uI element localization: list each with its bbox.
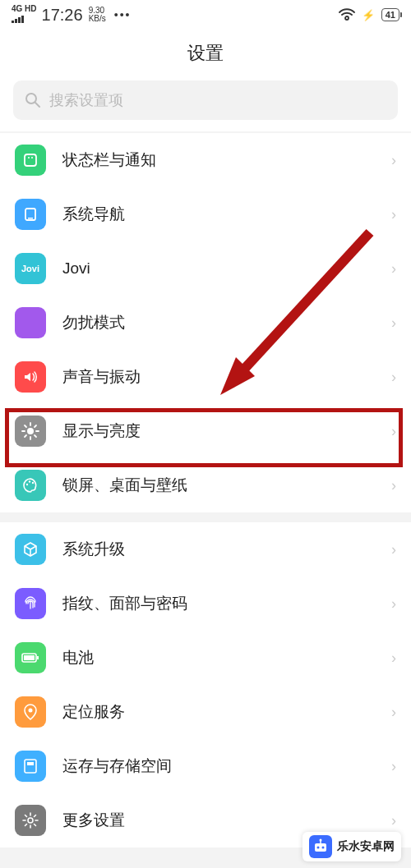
- svg-line-17: [35, 435, 36, 437]
- row-label: 系统导航: [62, 204, 391, 225]
- row-label: Jovi: [62, 259, 391, 278]
- svg-point-20: [26, 484, 28, 485]
- settings-group-2: 系统升级 › 指纹、面部与密码 › 电池 › 定位服务 › 运存与存储空间 › …: [0, 522, 411, 847]
- svg-rect-27: [25, 760, 36, 773]
- svg-rect-24: [24, 655, 35, 660]
- search-input[interactable]: 搜索设置项: [13, 80, 398, 120]
- brightness-icon: [15, 416, 46, 447]
- gear-icon: [15, 805, 46, 836]
- speaker-icon: [15, 361, 46, 393]
- row-label: 勿扰模式: [62, 312, 391, 333]
- nav-icon: [15, 199, 46, 230]
- storage-icon: [15, 751, 46, 782]
- svg-rect-6: [25, 154, 36, 166]
- svg-point-34: [322, 847, 325, 849]
- watermark-text: 乐水安卓网: [337, 839, 395, 854]
- row-update[interactable]: 系统升级 ›: [0, 522, 411, 576]
- jovi-icon: Jovi: [15, 253, 46, 284]
- row-status-notif[interactable]: 状态栏与通知 ›: [0, 133, 411, 187]
- chevron-right-icon: ›: [391, 704, 396, 721]
- svg-point-26: [29, 709, 33, 713]
- svg-point-7: [28, 157, 30, 158]
- chevron-right-icon: ›: [391, 812, 396, 829]
- chevron-right-icon: ›: [391, 369, 396, 386]
- watermark: 乐水安卓网: [302, 832, 401, 861]
- row-nav[interactable]: 系统导航 ›: [0, 187, 411, 241]
- chevron-right-icon: ›: [391, 206, 396, 223]
- status-bar: 4G HD 17:26 9.30 KB/s ••• ⚡ 41: [0, 0, 411, 30]
- svg-point-33: [317, 847, 320, 849]
- row-label: 更多设置: [62, 810, 391, 831]
- chevron-right-icon: ›: [391, 477, 396, 494]
- wifi-icon: [339, 8, 355, 21]
- svg-rect-2: [18, 17, 21, 23]
- row-sound[interactable]: 声音与振动 ›: [0, 350, 411, 404]
- chevron-right-icon: ›: [391, 758, 396, 775]
- chevron-right-icon: ›: [391, 423, 396, 440]
- row-label: 状态栏与通知: [62, 149, 391, 171]
- watermark-robot-icon: [309, 835, 332, 858]
- svg-rect-0: [12, 21, 14, 23]
- row-label: 定位服务: [62, 701, 391, 723]
- more-status-icon: •••: [114, 8, 132, 21]
- page-title: 设置: [0, 30, 411, 80]
- chevron-right-icon: ›: [391, 260, 396, 278]
- svg-point-29: [28, 818, 33, 823]
- chevron-right-icon: ›: [391, 595, 396, 613]
- svg-line-16: [25, 425, 26, 427]
- row-display[interactable]: 显示与亮度 ›: [0, 404, 411, 458]
- svg-line-19: [35, 425, 36, 427]
- svg-point-8: [31, 157, 33, 158]
- svg-point-11: [27, 428, 34, 434]
- row-label: 显示与亮度: [62, 420, 391, 442]
- charging-icon: ⚡: [362, 9, 375, 21]
- svg-rect-28: [27, 762, 34, 765]
- svg-rect-3: [21, 16, 24, 23]
- net-speed-unit: KB/s: [89, 15, 106, 23]
- square-dots-icon: [15, 145, 46, 176]
- chevron-right-icon: ›: [391, 152, 396, 169]
- row-label: 系统升级: [62, 539, 391, 560]
- search-icon: [25, 92, 41, 108]
- chevron-right-icon: ›: [391, 541, 396, 558]
- row-dnd[interactable]: 勿扰模式 ›: [0, 296, 411, 350]
- svg-rect-10: [28, 218, 33, 219]
- moon-icon: [15, 307, 46, 338]
- row-label: 声音与振动: [62, 366, 391, 388]
- signal-icon: [12, 15, 26, 23]
- svg-point-4: [26, 94, 36, 103]
- battery-level: 41: [381, 8, 399, 21]
- svg-point-36: [320, 839, 322, 842]
- status-time: 17:26: [42, 6, 83, 25]
- chevron-right-icon: ›: [391, 650, 396, 667]
- search-placeholder: 搜索设置项: [49, 90, 123, 110]
- cube-icon: [15, 534, 46, 565]
- chevron-right-icon: ›: [391, 315, 396, 332]
- fingerprint-icon: [15, 588, 46, 619]
- row-jovi[interactable]: Jovi Jovi ›: [0, 241, 411, 296]
- battery-icon: [15, 642, 46, 673]
- svg-line-5: [35, 103, 39, 107]
- row-label: 锁屏、桌面与壁纸: [62, 475, 391, 496]
- row-location[interactable]: 定位服务 ›: [0, 685, 411, 739]
- row-label: 电池: [62, 647, 391, 668]
- network-badge: 4G HD: [12, 5, 37, 13]
- svg-point-22: [32, 482, 34, 484]
- row-label: 运存与存储空间: [62, 755, 391, 777]
- svg-line-18: [25, 435, 26, 437]
- row-label: 指纹、面部与密码: [62, 593, 391, 614]
- svg-rect-32: [315, 843, 326, 852]
- search-container: 搜索设置项: [0, 80, 411, 131]
- svg-rect-25: [37, 656, 39, 659]
- row-lock[interactable]: 锁屏、桌面与壁纸 ›: [0, 458, 411, 512]
- settings-group-1: 状态栏与通知 › 系统导航 › Jovi Jovi › 勿扰模式 › 声音与振动…: [0, 133, 411, 512]
- svg-rect-1: [15, 19, 17, 23]
- row-storage[interactable]: 运存与存储空间 ›: [0, 739, 411, 793]
- row-battery[interactable]: 电池 ›: [0, 631, 411, 685]
- svg-point-21: [29, 480, 30, 482]
- location-icon: [15, 696, 46, 728]
- row-biometrics[interactable]: 指纹、面部与密码 ›: [0, 576, 411, 631]
- palette-icon: [15, 470, 46, 501]
